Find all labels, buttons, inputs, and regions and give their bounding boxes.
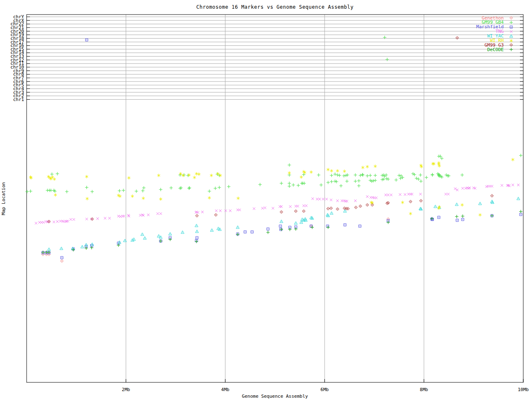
series-tng-points — [35, 184, 520, 224]
series-wi-yac-points — [47, 197, 520, 251]
series-markers — [35, 184, 520, 224]
plot-border — [27, 15, 523, 382]
series-marker-dots — [49, 195, 492, 222]
series-markers — [47, 197, 520, 251]
series-gm99-g3-points — [47, 195, 493, 223]
series-gm99-gb4-points — [25, 154, 522, 193]
x-gridlines: 2Mb4Mb6Mb8Mb10Mb — [122, 15, 529, 392]
off-chromosome-marker — [386, 58, 389, 61]
series-marker-dots — [43, 219, 389, 261]
x-tick-label: 4Mb — [221, 387, 229, 392]
x-tick-label: 10Mb — [518, 387, 529, 392]
series-genethon-points — [42, 218, 390, 263]
series-markers — [42, 218, 390, 263]
series-decode-points — [41, 210, 522, 254]
legend-row-decode: DeCODE — [487, 47, 514, 52]
chromosome-gridlines: chrYchrXchr22chr21chr20chr19chr18chr17ch… — [10, 14, 523, 102]
off-chromosome-marker-dot — [86, 39, 87, 40]
series-markers — [47, 195, 493, 223]
legend-label: DeCODE — [487, 47, 504, 52]
series-markers — [41, 210, 522, 254]
x-tick-label: 8Mb — [420, 387, 428, 392]
off-chromosome-points — [86, 36, 459, 61]
series-markers — [42, 213, 522, 259]
x-axis-label: Genome Sequence Assembly — [27, 394, 523, 399]
chart-figure: Chromosome 16 Markers vs Genome Sequence… — [0, 0, 532, 399]
plus-legend-icon — [508, 47, 514, 52]
x-tick-label: 2Mb — [122, 387, 130, 392]
series-markers — [29, 158, 514, 217]
series-markers — [25, 154, 522, 193]
series-wi-rh-points — [29, 158, 514, 217]
plot-area: chrYchrXchr22chr21chr20chr19chr18chr17ch… — [0, 0, 532, 399]
y-tick-label: chr1 — [13, 97, 25, 102]
x-tick-label: 6Mb — [320, 387, 329, 392]
off-chromosome-marker-dot — [457, 37, 458, 38]
series-marshfield-points — [42, 213, 522, 259]
